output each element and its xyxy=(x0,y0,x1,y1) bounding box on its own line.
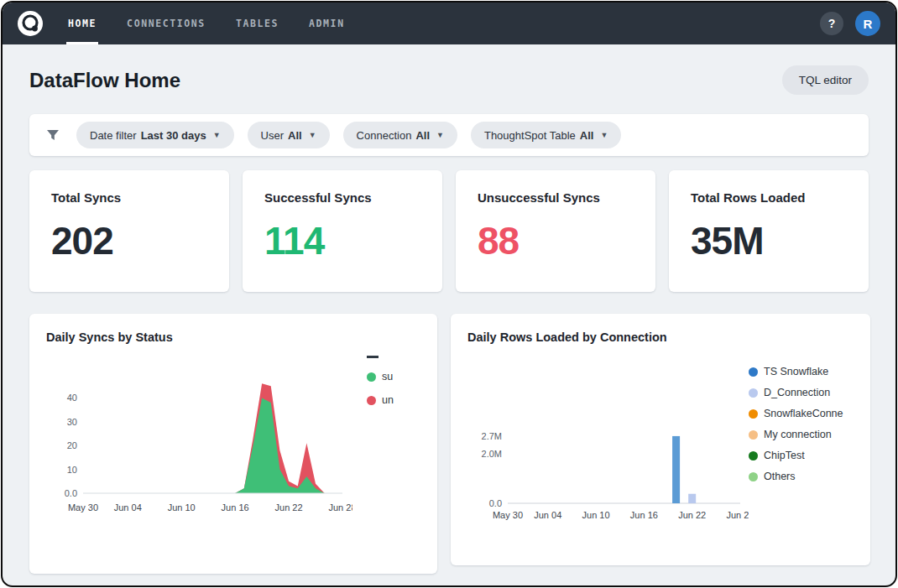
filter-prefix: Date filter xyxy=(90,129,137,142)
kpi-value: 202 xyxy=(51,218,207,263)
kpi-label: Total Rows Loaded xyxy=(691,190,847,205)
legend-item-snowflake-connection[interactable]: SnowflakeConne xyxy=(749,408,870,419)
daily-rows-bar-chart: 0.02.0M2.7MMay 30Jun 04Jun 10Jun 16Jun 2… xyxy=(467,426,749,525)
thoughtspot-logo[interactable] xyxy=(18,11,43,36)
filter-bar: Date filter Last 30 days ▼ User All ▼ Co… xyxy=(29,114,869,156)
filter-prefix: Connection xyxy=(357,129,412,142)
user-avatar[interactable]: R xyxy=(855,11,880,36)
daily-syncs-by-status-card: Daily Syncs by Status 0.010203040May 30J… xyxy=(29,314,437,574)
bar-D_Connection xyxy=(688,494,696,503)
logo-icon xyxy=(18,11,43,36)
legend-item-unsuccessful[interactable]: un xyxy=(367,394,420,406)
axis-tick-label: Jun 10 xyxy=(582,510,610,520)
filter-value: All xyxy=(288,129,302,142)
axis-tick-label: 0.0 xyxy=(489,498,502,508)
chevron-down-icon: ▼ xyxy=(213,131,221,139)
kpi-card-total-rows-loaded: Total Rows Loaded 35M xyxy=(669,170,869,292)
axis-tick-label: 10 xyxy=(67,465,77,475)
legend-label: D_Connection xyxy=(764,387,830,398)
axis-tick-label: Jun 28 xyxy=(328,502,352,513)
axis-tick-label: 0.0 xyxy=(65,488,77,498)
main-content: DataFlow Home TQL editor Date filter Las… xyxy=(3,44,895,585)
axis-tick-label: May 30 xyxy=(493,510,523,520)
legend-item-successful[interactable]: su xyxy=(367,371,420,382)
legend-item-my-connection[interactable]: My connection xyxy=(749,429,870,440)
kpi-value: 35M xyxy=(691,218,847,263)
rows-chart-legend: TS Snowflake D_Connection SnowflakeConne xyxy=(749,366,870,528)
help-button[interactable]: ? xyxy=(820,12,843,35)
legend-item-d-connection[interactable]: D_Connection xyxy=(749,387,870,398)
main-nav: HOME CONNECTIONS TABLES ADMIN xyxy=(66,3,347,44)
chevron-down-icon: ▼ xyxy=(436,131,444,139)
tql-editor-button[interactable]: TQL editor xyxy=(782,65,869,95)
legend-truncated-item xyxy=(367,356,379,358)
thoughtspot-table-filter-dropdown[interactable]: ThoughtSpot Table All ▼ xyxy=(471,122,621,148)
kpi-card-unsuccessful-syncs: Unsuccessful Syncs 88 xyxy=(456,170,655,292)
chart-title: Daily Syncs by Status xyxy=(46,330,420,344)
app-window: HOME CONNECTIONS TABLES ADMIN ? R DataFl… xyxy=(1,1,897,587)
user-filter-dropdown[interactable]: User All ▼ xyxy=(248,122,330,148)
legend-dot xyxy=(367,396,376,405)
legend-item-others[interactable]: Others xyxy=(749,471,870,482)
filter-funnel-icon xyxy=(46,128,60,142)
legend-label: My connection xyxy=(764,429,832,440)
kpi-label: Successful Syncs xyxy=(264,190,420,205)
kpi-row: Total Syncs 202 Successful Syncs 114 Uns… xyxy=(29,170,869,292)
legend-label: un xyxy=(382,394,394,406)
filter-value: All xyxy=(580,129,594,142)
filter-value: Last 30 days xyxy=(141,129,206,142)
syncs-chart-legend: su un xyxy=(367,356,420,522)
axis-tick-label: Jun 22 xyxy=(678,510,706,520)
nav-item-tables[interactable]: TABLES xyxy=(234,3,280,44)
page-header: DataFlow Home TQL editor xyxy=(29,65,869,95)
page-title: DataFlow Home xyxy=(29,69,180,92)
daily-rows-by-connection-card: Daily Rows Loaded by Connection 0.02.0M2… xyxy=(451,314,870,565)
axis-tick-label: Jun 10 xyxy=(168,502,196,513)
kpi-value: 88 xyxy=(478,218,634,263)
date-filter-dropdown[interactable]: Date filter Last 30 days ▼ xyxy=(76,122,234,148)
chevron-down-icon: ▼ xyxy=(309,131,316,139)
legend-dot xyxy=(749,451,758,461)
kpi-value: 114 xyxy=(264,218,420,263)
axis-tick-label: May 30 xyxy=(68,502,98,513)
legend-dot xyxy=(749,472,758,481)
axis-tick-label: Jun 28 xyxy=(726,510,749,520)
axis-tick-label: Jun 04 xyxy=(114,502,142,513)
nav-item-home[interactable]: HOME xyxy=(66,3,98,44)
axis-tick-label: 2.7M xyxy=(482,431,502,441)
chart-title: Daily Rows Loaded by Connection xyxy=(467,330,854,344)
legend-dot xyxy=(749,430,758,440)
top-nav-bar: HOME CONNECTIONS TABLES ADMIN ? R xyxy=(3,3,895,44)
legend-label: ChipTest xyxy=(764,450,805,461)
filter-prefix: User xyxy=(261,129,284,142)
chevron-down-icon: ▼ xyxy=(600,131,608,139)
legend-label: TS Snowflake xyxy=(764,366,828,377)
legend-item-ts-snowflake[interactable]: TS Snowflake xyxy=(749,366,870,377)
legend-label: SnowflakeConne xyxy=(764,408,843,419)
legend-item-chiptest[interactable]: ChipTest xyxy=(749,450,870,461)
axis-tick-label: 40 xyxy=(67,393,77,403)
bar-TS Snowflake xyxy=(672,436,680,503)
daily-syncs-area-chart: 0.010203040May 30Jun 04Jun 10Jun 16Jun 2… xyxy=(46,361,352,518)
axis-tick-label: 20 xyxy=(67,440,77,450)
area-unsuccessful xyxy=(83,383,342,493)
charts-row: Daily Syncs by Status 0.010203040May 30J… xyxy=(29,314,869,574)
legend-dot xyxy=(749,409,758,419)
axis-tick-label: Jun 04 xyxy=(534,510,561,520)
nav-item-connections[interactable]: CONNECTIONS xyxy=(125,3,207,44)
nav-item-admin[interactable]: ADMIN xyxy=(307,3,347,44)
kpi-card-total-syncs: Total Syncs 202 xyxy=(29,170,229,292)
connection-filter-dropdown[interactable]: Connection All ▼ xyxy=(343,122,457,148)
kpi-label: Unsuccessful Syncs xyxy=(478,190,634,205)
kpi-label: Total Syncs xyxy=(51,190,207,205)
legend-label: su xyxy=(382,371,393,382)
legend-label: Others xyxy=(764,471,796,482)
topbar-actions: ? R xyxy=(820,11,880,36)
axis-tick-label: Jun 22 xyxy=(275,502,303,513)
axis-tick-label: 30 xyxy=(67,417,77,427)
axis-tick-label: 2.0M xyxy=(482,449,502,459)
legend-dot xyxy=(749,388,758,398)
axis-tick-label: Jun 16 xyxy=(222,502,249,513)
axis-tick-label: Jun 16 xyxy=(630,510,658,520)
kpi-card-successful-syncs: Successful Syncs 114 xyxy=(243,170,442,292)
